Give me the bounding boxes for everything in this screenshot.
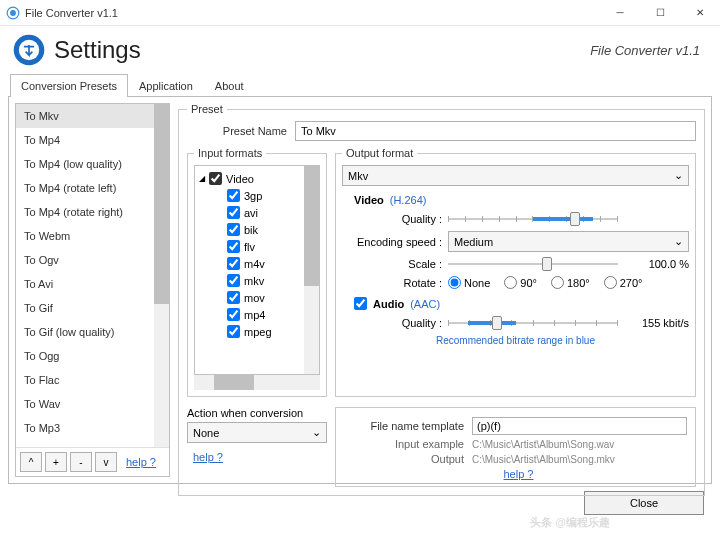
preset-item[interactable]: To Gif (low quality) <box>16 320 169 344</box>
preset-name-input[interactable] <box>295 121 696 141</box>
preset-item[interactable]: To Mkv <box>16 104 169 128</box>
scale-label: Scale : <box>342 258 442 270</box>
rotate-none[interactable]: None <box>448 276 490 289</box>
recommended-note: Recommended bitrate range in blue <box>342 335 689 346</box>
tab-conversion-presets[interactable]: Conversion Presets <box>10 74 128 97</box>
chevron-down-icon: ⌄ <box>674 169 683 182</box>
format-scrollbar[interactable] <box>304 166 319 374</box>
maximize-button[interactable]: ☐ <box>640 0 680 26</box>
action-select[interactable]: None⌄ <box>187 422 327 443</box>
format-item[interactable]: flv <box>199 238 315 255</box>
format-item[interactable]: mov <box>199 289 315 306</box>
audio-codec: (AAC) <box>410 298 440 310</box>
template-name-input[interactable] <box>472 417 687 435</box>
rotate-90[interactable]: 90° <box>504 276 537 289</box>
template-input-label: Input example <box>344 438 464 450</box>
rotate-270[interactable]: 270° <box>604 276 643 289</box>
preset-item[interactable]: To Wav <box>16 392 169 416</box>
add-preset-button[interactable]: + <box>45 452 67 472</box>
audio-quality-slider[interactable] <box>448 314 618 332</box>
rotate-180[interactable]: 180° <box>551 276 590 289</box>
format-item[interactable]: mkv <box>199 272 315 289</box>
preset-fieldset: Preset Preset Name Input formats ◢Video … <box>178 103 705 496</box>
output-format-fieldset: Output format Mkv⌄ Video(H.264) Quality … <box>335 147 696 397</box>
audio-section-label: Audio <box>373 298 404 310</box>
header: Settings File Converter v1.1 <box>0 26 720 74</box>
settings-icon <box>12 33 46 67</box>
close-window-button[interactable]: ✕ <box>680 0 720 26</box>
preset-item[interactable]: To Mp3 <box>16 416 169 440</box>
audio-enable-checkbox[interactable] <box>354 297 367 310</box>
preset-item[interactable]: To Gif <box>16 296 169 320</box>
watermark: 头条 @编程乐趣 <box>530 515 610 530</box>
scale-slider[interactable] <box>448 255 618 273</box>
collapse-icon: ◢ <box>199 174 205 183</box>
format-item[interactable]: avi <box>199 204 315 221</box>
h-scrollbar[interactable] <box>194 375 320 390</box>
template-output-label: Output <box>344 453 464 465</box>
encoding-speed-label: Encoding speed : <box>342 236 442 248</box>
tab-application[interactable]: Application <box>128 74 204 97</box>
preset-item[interactable]: To Ogv <box>16 248 169 272</box>
format-item[interactable]: 3gp <box>199 187 315 204</box>
format-item[interactable]: mpeg <box>199 323 315 340</box>
tab-about[interactable]: About <box>204 74 255 97</box>
input-formats-fieldset: Input formats ◢Video 3gp avi bik flv m4v… <box>187 147 327 397</box>
rotate-radio-group: None 90° 180° 270° <box>448 276 642 289</box>
input-formats-legend: Input formats <box>194 147 266 159</box>
action-help-link[interactable]: help ? <box>193 451 223 463</box>
move-up-button[interactable]: ^ <box>20 452 42 472</box>
video-checkbox[interactable] <box>209 172 222 185</box>
svg-point-1 <box>10 10 16 16</box>
preset-item[interactable]: To Avi <box>16 272 169 296</box>
preset-item[interactable]: To Flac <box>16 368 169 392</box>
preset-list-items: To Mkv To Mp4 To Mp4 (low quality) To Mp… <box>16 104 169 447</box>
tab-bar: Conversion Presets Application About <box>0 74 720 97</box>
preset-item[interactable]: To Mp4 (rotate right) <box>16 200 169 224</box>
filename-template-box: File name template Input example C:\Musi… <box>335 407 696 487</box>
titlebar: File Converter v1.1 ─ ☐ ✕ <box>0 0 720 26</box>
video-quality-label: Quality : <box>342 213 442 225</box>
audio-quality-value: 155 kbit/s <box>624 317 689 329</box>
chevron-down-icon: ⌄ <box>674 235 683 248</box>
delete-preset-button[interactable]: - <box>70 452 92 472</box>
format-tree: ◢Video 3gp avi bik flv m4v mkv mov mp4 m… <box>194 165 320 375</box>
video-codec: (H.264) <box>390 194 427 206</box>
format-item[interactable]: bik <box>199 221 315 238</box>
audio-quality-label: Quality : <box>342 317 442 329</box>
encoding-speed-select[interactable]: Medium⌄ <box>448 231 689 252</box>
app-icon <box>6 6 20 20</box>
preset-item[interactable]: To Mp4 (rotate left) <box>16 176 169 200</box>
presets-help-link[interactable]: help ? <box>126 456 156 468</box>
output-format-select[interactable]: Mkv⌄ <box>342 165 689 186</box>
rotate-label: Rotate : <box>342 277 442 289</box>
format-item[interactable]: m4v <box>199 255 315 272</box>
preset-item[interactable]: To Mp4 (low quality) <box>16 152 169 176</box>
chevron-down-icon: ⌄ <box>312 426 321 439</box>
page-title: Settings <box>54 36 590 64</box>
video-section-label: Video <box>354 194 384 206</box>
page-subtitle: File Converter v1.1 <box>590 43 700 58</box>
video-quality-slider[interactable] <box>448 210 618 228</box>
preset-item[interactable]: To Mp4 <box>16 128 169 152</box>
template-name-label: File name template <box>344 420 464 432</box>
tree-root[interactable]: ◢Video <box>199 170 315 187</box>
preset-scrollbar[interactable] <box>154 104 169 447</box>
template-output-value: C:\Music\Artist\Album\Song.mkv <box>472 454 615 465</box>
output-format-legend: Output format <box>342 147 417 159</box>
preset-item[interactable]: To Webm <box>16 224 169 248</box>
preset-item[interactable]: To Ogg <box>16 344 169 368</box>
preset-legend: Preset <box>187 103 227 115</box>
preset-name-label: Preset Name <box>187 125 287 137</box>
format-item[interactable]: mp4 <box>199 306 315 323</box>
window-title: File Converter v1.1 <box>25 7 600 19</box>
minimize-button[interactable]: ─ <box>600 0 640 26</box>
scale-value: 100.0 % <box>624 258 689 270</box>
template-help-link[interactable]: help ? <box>504 468 534 480</box>
template-input-value: C:\Music\Artist\Album\Song.wav <box>472 439 614 450</box>
move-down-button[interactable]: v <box>95 452 117 472</box>
preset-list: To Mkv To Mp4 To Mp4 (low quality) To Mp… <box>15 103 170 477</box>
tab-content: To Mkv To Mp4 To Mp4 (low quality) To Mp… <box>8 96 712 484</box>
action-label: Action when conversion <box>187 407 327 419</box>
